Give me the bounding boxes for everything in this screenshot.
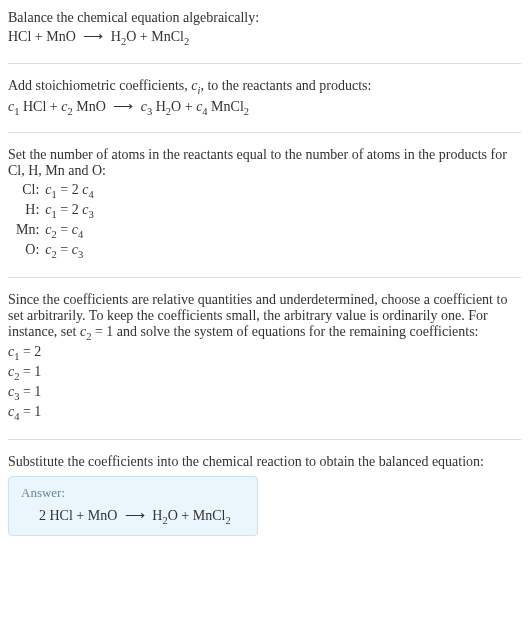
species-mncl2: MnCl2 [193, 508, 231, 523]
species-h2o: H2O [152, 508, 178, 523]
species-hcl: 2 HCl [39, 508, 73, 523]
plus-sign: + [50, 99, 58, 114]
answer-box: Answer: 2 HCl + MnO ⟶ H2O + MnCl2 [8, 476, 258, 537]
coefficient-solutions: c1 = 2 c2 = 1 c3 = 1 c4 = 1 [8, 341, 521, 424]
species-mncl2: MnCl2 [151, 29, 189, 44]
divider [8, 439, 521, 440]
list-item: c1 = 2 [8, 343, 521, 363]
species-hcl: HCl [8, 29, 31, 44]
species-mno: MnO [88, 508, 118, 523]
equation-with-coefficients: c1 HCl + c2 MnO ⟶ c3 H2O + c4 MnCl2 [8, 96, 521, 119]
divider [8, 277, 521, 278]
table-row: Mn: c2 = c4 [14, 221, 100, 241]
element-label: H: [14, 201, 45, 221]
species-h2o: H2O [111, 29, 137, 44]
balance-equation: c1 = 2 c4 [45, 181, 99, 201]
element-label: Mn: [14, 221, 45, 241]
step-add-coefficients-text: Add stoichiometric coefficients, ci, to … [8, 78, 521, 96]
plus-sign: + [76, 508, 84, 523]
balance-equation: c1 = 2 c3 [45, 201, 99, 221]
unbalanced-equation: HCl + MnO ⟶ H2O + MnCl2 [8, 26, 521, 49]
answer-label: Answer: [21, 485, 245, 501]
element-label: Cl: [14, 181, 45, 201]
balance-equation: c2 = c4 [45, 221, 99, 241]
atom-balance-table: Cl: c1 = 2 c4 H: c1 = 2 c3 Mn: c2 = c4 O… [14, 181, 100, 260]
step-solve-text: Since the coefficients are relative quan… [8, 292, 521, 342]
table-row: O: c2 = c3 [14, 241, 100, 261]
divider [8, 63, 521, 64]
list-item: c4 = 1 [8, 403, 521, 423]
species-mno: MnO [46, 29, 76, 44]
table-row: H: c1 = 2 c3 [14, 201, 100, 221]
step-substitute-text: Substitute the coefficients into the che… [8, 454, 521, 470]
table-row: Cl: c1 = 2 c4 [14, 181, 100, 201]
plus-sign: + [185, 99, 193, 114]
arrow-icon: ⟶ [121, 508, 149, 523]
balanced-equation: 2 HCl + MnO ⟶ H2O + MnCl2 [21, 505, 245, 528]
arrow-icon: ⟶ [79, 29, 107, 44]
plus-sign: + [181, 508, 189, 523]
divider [8, 132, 521, 133]
plus-sign: + [140, 29, 148, 44]
element-label: O: [14, 241, 45, 261]
list-item: c2 = 1 [8, 363, 521, 383]
plus-sign: + [35, 29, 43, 44]
arrow-icon: ⟶ [109, 99, 137, 114]
balance-equation: c2 = c3 [45, 241, 99, 261]
page-title: Balance the chemical equation algebraica… [8, 10, 521, 26]
step-atom-balance-text: Set the number of atoms in the reactants… [8, 147, 521, 179]
list-item: c3 = 1 [8, 383, 521, 403]
